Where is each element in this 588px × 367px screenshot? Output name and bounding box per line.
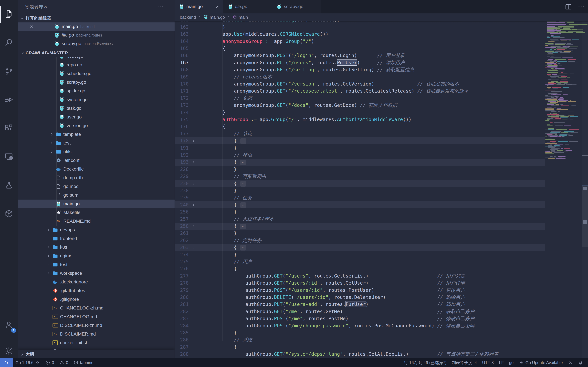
code-line-166[interactable]: 166 anonymousGroup.POST("/login", routes… — [174, 52, 545, 59]
code-line-193[interactable]: 193 { ⋯ — [174, 158, 545, 166]
code-line-229[interactable]: 229 // 可配置爬虫 — [174, 173, 545, 180]
overview-ruler[interactable] — [582, 0, 588, 358]
tree-item-dump-rdb[interactable]: dump.rdb — [18, 174, 174, 182]
activity-item-remote-explorer[interactable] — [0, 147, 18, 167]
open-editor-item[interactable]: scrapy.gobackend/services — [18, 40, 174, 48]
code-line-280[interactable]: 280 authGroup.DELETE("/users/:id", route… — [174, 294, 545, 301]
activity-item-search[interactable] — [0, 33, 18, 53]
tree-item-changelog-md[interactable]: M↓CHANGELOG.md — [18, 312, 174, 321]
code-line-175[interactable]: 175 authGroup := app.Group("/", middlewa… — [174, 116, 545, 123]
status-item-warnings[interactable]: 0 — [57, 358, 71, 367]
tab-scrapy-go[interactable]: scrapy.go — [272, 0, 321, 13]
code-line-287[interactable]: 287 { — [174, 343, 545, 350]
more-actions-icon[interactable] — [578, 3, 585, 10]
code-line-173[interactable]: 173 anonymousGroup.GET("/docs", routes.G… — [174, 102, 545, 109]
code-line-256[interactable]: 256 } — [174, 209, 545, 216]
code-line-162[interactable]: 162 } — [174, 24, 545, 31]
fold-chevron-icon[interactable] — [191, 203, 196, 207]
tree-item-schedule-go[interactable]: schedule.go — [18, 69, 174, 78]
fold-chevron-icon[interactable] — [191, 224, 196, 228]
tree-item-scrapy-go[interactable]: scrapy.go — [18, 78, 174, 87]
code-line-257[interactable]: 257 // 系统任务/脚本 — [174, 216, 545, 223]
tree-item--gitignore[interactable]: .gitignore — [18, 295, 174, 304]
code-line-285[interactable]: 285 } — [174, 329, 545, 336]
code-line-281[interactable]: 281 authGroup.PUT("/users-add", routes.P… — [174, 301, 545, 308]
status-item-encoding[interactable]: UTF-8 — [480, 358, 496, 367]
status-item-remote[interactable] — [0, 358, 13, 367]
activity-item-extensions[interactable] — [0, 119, 18, 138]
tab-main-go[interactable]: main.go — [174, 0, 223, 13]
status-item-go-version[interactable]: Go 1.16.6 — [13, 358, 43, 367]
code-line-177[interactable]: 177 // 节点 — [174, 130, 545, 137]
tree-item-docker-init-sh[interactable]: >_docker_init.sh — [18, 339, 174, 347]
code-line-276[interactable]: 276 { — [174, 265, 545, 272]
tab-file-go[interactable]: file.go — [223, 0, 272, 13]
status-item-errors[interactable]: 0 — [43, 358, 57, 367]
close-icon[interactable] — [29, 25, 34, 29]
tree-item-workspace[interactable]: workspace — [18, 269, 174, 278]
code-line-283[interactable]: 283 authGroup.POST("/me", routes.PostMe)… — [174, 315, 545, 322]
code-line-167[interactable]: 167 anonymousGroup.PUT("/users", routes.… — [174, 59, 545, 66]
tree-item-devops[interactable]: devops — [18, 225, 174, 234]
activity-item-package[interactable] — [0, 204, 18, 224]
status-item-indentation[interactable]: 制表符长度: 4 — [449, 358, 480, 367]
code-line-263[interactable]: 263 { ⋯ — [174, 244, 545, 251]
code-line-228[interactable]: 228 } — [174, 166, 545, 173]
tree-item--gitattributes[interactable]: .gitattributes — [18, 286, 174, 295]
fold-chevron-icon[interactable] — [191, 160, 196, 164]
tree-item-test[interactable]: test — [18, 139, 174, 148]
tree-item-disclaimer-zh-md[interactable]: M↓DISCLAIMER-zh.md — [18, 321, 174, 330]
code-line-164[interactable]: 164 anonymousGroup := app.Group("/") — [174, 38, 545, 45]
tree-item-version-go[interactable]: version.go — [18, 121, 174, 130]
activity-item-accounts[interactable]: 1 — [0, 315, 18, 335]
tree-item-dockerfile[interactable]: Dockerfile — [18, 165, 174, 174]
tree-item-template[interactable]: template — [18, 130, 174, 139]
tree-item-system-go[interactable]: system.go — [18, 95, 174, 104]
status-item-notifications[interactable] — [576, 358, 586, 367]
code-line-262[interactable]: 262 // 定时任务 — [174, 237, 545, 244]
code-line-165[interactable]: 165 { — [174, 45, 545, 52]
tree-item--air-conf[interactable]: .air.conf — [18, 156, 174, 165]
code-editor[interactable]: 161 app.Use(middlewares.ESLog(ctx, escli… — [174, 0, 545, 358]
fold-chevron-icon[interactable] — [191, 245, 196, 250]
status-item-tabnine[interactable]: tabnine — [71, 358, 96, 367]
code-line-284[interactable]: 284 authGroup.POST("/me/change-password"… — [174, 322, 545, 329]
code-line-170[interactable]: 170 anonymousGroup.GET("/version", route… — [174, 80, 545, 87]
tree-item-go-sum[interactable]: go.sum — [18, 191, 174, 200]
status-item-feedback[interactable] — [565, 358, 576, 367]
tree-item-k8s[interactable]: k8s — [18, 243, 174, 252]
tree-item-test[interactable]: test — [18, 260, 174, 269]
scrollbar-slider[interactable] — [582, 185, 588, 247]
open-editors-header[interactable]: 打开的编辑器 — [18, 14, 174, 22]
activity-item-testing[interactable] — [0, 176, 18, 195]
activity-item-run-debug[interactable] — [0, 90, 18, 110]
code-line-275[interactable]: 275 // 用户 — [174, 258, 545, 265]
breadcrumb-item-main[interactable]: main — [233, 15, 248, 20]
code-line-279[interactable]: 279 authGroup.POST("/users/:id", routes.… — [174, 287, 545, 294]
code-line-277[interactable]: 277 authGroup.GET("/users", routes.GetUs… — [174, 273, 545, 280]
tree-item-spider-go[interactable]: spider.go — [18, 87, 174, 95]
code-line-258[interactable]: 258 { ⋯ — [174, 223, 545, 230]
code-line-230[interactable]: 230 { ⋯ — [174, 180, 545, 187]
tree-item-readme-md[interactable]: M↓README.md — [18, 217, 174, 225]
fold-chevron-icon[interactable] — [191, 139, 196, 143]
minimap[interactable] — [545, 20, 581, 167]
breadcrumb-item-main-go[interactable]: main.go — [203, 15, 225, 20]
split-editor-icon[interactable] — [565, 3, 572, 10]
tree-item-user-go[interactable]: user.go — [18, 113, 174, 121]
code-line-288[interactable]: 288 authGroup.GET("/system/deps/:lang", … — [174, 350, 545, 358]
activity-item-explorer[interactable] — [0, 5, 18, 24]
tree-item-disclaimer-md[interactable]: M↓DISCLAIMER.md — [18, 330, 174, 339]
activity-item-source-control[interactable] — [0, 62, 18, 81]
code-line-238[interactable]: 238 } — [174, 187, 545, 194]
tree-item-go-mod[interactable]: go.mod — [18, 182, 174, 191]
code-line-191[interactable]: 191 } — [174, 144, 545, 151]
tree-item-utils[interactable]: utils — [18, 148, 174, 156]
code-line-163[interactable]: 163 app.Use(middlewares.CORSMiddleware()… — [174, 31, 545, 38]
tree-item-changelog-zh-md[interactable]: M↓CHANGELOG-zh.md — [18, 304, 174, 312]
breadcrumb-item-backend[interactable]: backend — [180, 15, 196, 20]
tree-item--dockerignore[interactable]: .dockerignore — [18, 278, 174, 286]
open-editor-item[interactable]: file.gobackend/routes — [18, 31, 174, 40]
code-line-274[interactable]: 274 } — [174, 251, 545, 258]
code-line-168[interactable]: 168 anonymousGroup.GET("/setting", route… — [174, 66, 545, 73]
